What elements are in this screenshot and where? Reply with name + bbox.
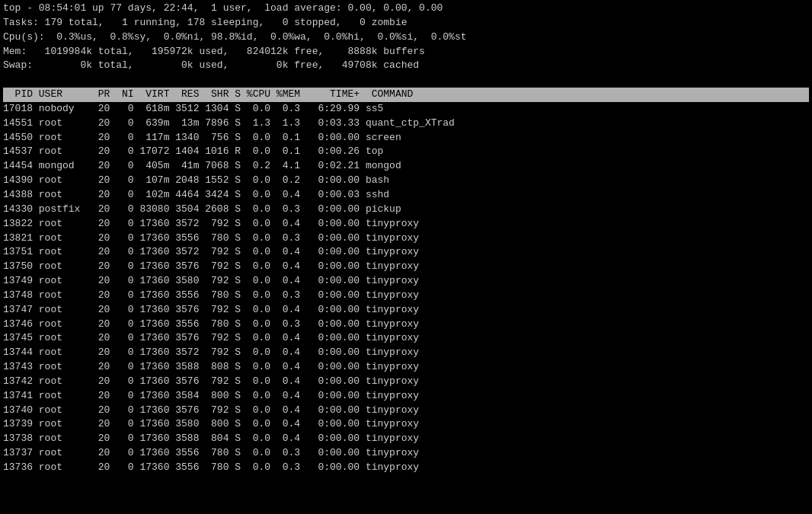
table-row: 14330 postfix 20 0 83080 3504 2608 S 0.0…: [3, 203, 809, 217]
table-row: 14550 root 20 0 117m 1340 756 S 0.0 0.1 …: [3, 131, 809, 145]
header-line1: top - 08:54:01 up 77 days, 22:44, 1 user…: [3, 2, 809, 16]
table-row: 13738 root 20 0 17360 3588 804 S 0.0 0.4…: [3, 432, 809, 446]
table-row: 13741 root 20 0 17360 3584 800 S 0.0 0.4…: [3, 389, 809, 404]
column-header: PID USER PR NI VIRT RES SHR S %CPU %MEM …: [3, 88, 809, 102]
table-row: 13743 root 20 0 17360 3588 808 S 0.0 0.4…: [3, 360, 809, 375]
cursor-line: [3, 73, 809, 88]
table-row: 13742 root 20 0 17360 3576 792 S 0.0 0.4…: [3, 375, 809, 389]
table-row: 14388 root 20 0 102m 4464 3424 S 0.0 0.4…: [3, 188, 809, 203]
table-row: 13745 root 20 0 17360 3576 792 S 0.0 0.4…: [3, 331, 809, 346]
table-row: 13748 root 20 0 17360 3556 780 S 0.0 0.3…: [3, 289, 809, 303]
table-row: 13744 root 20 0 17360 3572 792 S 0.0 0.4…: [3, 346, 809, 360]
process-list: 17018 nobody 20 0 618m 3512 1304 S 0.0 0…: [3, 102, 809, 475]
terminal-window: top - 08:54:01 up 77 days, 22:44, 1 user…: [3, 2, 809, 475]
table-row: 13821 root 20 0 17360 3556 780 S 0.0 0.3…: [3, 231, 809, 246]
table-row: 13750 root 20 0 17360 3576 792 S 0.0 0.4…: [3, 260, 809, 274]
header-line2: Tasks: 179 total, 1 running, 178 sleepin…: [3, 16, 809, 30]
table-row: 17018 nobody 20 0 618m 3512 1304 S 0.0 0…: [3, 102, 809, 117]
table-row: 14454 mongod 20 0 405m 41m 7068 S 0.2 4.…: [3, 159, 809, 174]
header-line3: Cpu(s): 0.3%us, 0.8%sy, 0.0%ni, 98.8%id,…: [3, 30, 809, 45]
table-row: 13751 root 20 0 17360 3572 792 S 0.0 0.4…: [3, 245, 809, 260]
header-line5: Swap: 0k total, 0k used, 0k free, 49708k…: [3, 59, 809, 73]
table-row: 13747 root 20 0 17360 3576 792 S 0.0 0.4…: [3, 303, 809, 318]
table-row: 14551 root 20 0 639m 13m 7896 S 1.3 1.3 …: [3, 117, 809, 131]
table-row: 13739 root 20 0 17360 3580 800 S 0.0 0.4…: [3, 417, 809, 432]
table-row: 13737 root 20 0 17360 3556 780 S 0.0 0.3…: [3, 446, 809, 461]
table-row: 14390 root 20 0 107m 2048 1552 S 0.0 0.2…: [3, 174, 809, 188]
table-row: 13740 root 20 0 17360 3576 792 S 0.0 0.4…: [3, 404, 809, 418]
table-row: 13822 root 20 0 17360 3572 792 S 0.0 0.4…: [3, 217, 809, 231]
table-row: 13749 root 20 0 17360 3580 792 S 0.0 0.4…: [3, 274, 809, 289]
header-line4: Mem: 1019984k total, 195972k used, 82401…: [3, 45, 809, 59]
table-row: 13746 root 20 0 17360 3556 780 S 0.0 0.3…: [3, 318, 809, 332]
table-row: 13736 root 20 0 17360 3556 780 S 0.0 0.3…: [3, 461, 809, 475]
table-row: 14537 root 20 0 17072 1404 1016 R 0.0 0.…: [3, 145, 809, 159]
